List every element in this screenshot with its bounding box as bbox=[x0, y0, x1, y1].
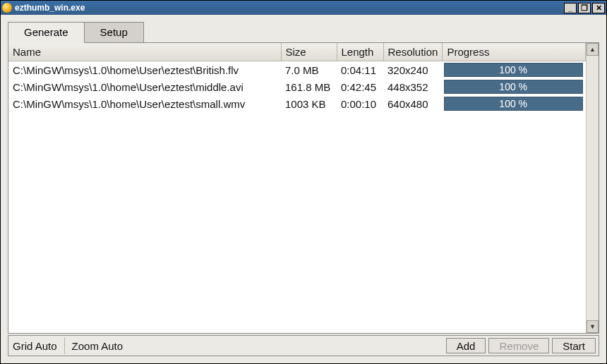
cell-progress: 100 % bbox=[443, 61, 586, 79]
main-panel: Name Size Length Resolution Progress C:\… bbox=[8, 42, 599, 334]
minimize-button[interactable]: _ bbox=[564, 3, 577, 13]
remove-button: Remove bbox=[488, 338, 549, 353]
cell-name: C:\MinGW\msys\1.0\home\User\eztest\middl… bbox=[8, 78, 281, 95]
cell-progress: 100 % bbox=[443, 78, 586, 95]
status-divider bbox=[64, 337, 65, 354]
cell-resolution: 448x352 bbox=[383, 78, 443, 95]
table-row[interactable]: C:\MinGW\msys\1.0\home\User\eztest\small… bbox=[8, 95, 586, 112]
status-grid: Grid Auto bbox=[8, 336, 61, 356]
cell-name: C:\MinGW\msys\1.0\home\User\eztest\Briti… bbox=[8, 61, 281, 79]
progress-bar: 100 % bbox=[444, 80, 583, 94]
progress-bar: 100 % bbox=[444, 63, 583, 77]
col-size[interactable]: Size bbox=[281, 43, 337, 61]
scroll-down-button[interactable]: ▼ bbox=[587, 320, 599, 333]
progress-bar: 100 % bbox=[444, 97, 583, 111]
col-progress[interactable]: Progress bbox=[443, 43, 586, 61]
app-window: ezthumb_win.exe _ ❐ ✕ Generate Setup bbox=[0, 0, 607, 364]
vertical-scrollbar[interactable]: ▲ ▼ bbox=[586, 43, 599, 333]
col-length[interactable]: Length bbox=[337, 43, 383, 61]
status-zoom: Zoom Auto bbox=[68, 336, 128, 356]
file-list[interactable]: Name Size Length Resolution Progress C:\… bbox=[8, 43, 586, 333]
cell-name: C:\MinGW\msys\1.0\home\User\eztest\small… bbox=[8, 95, 281, 112]
client-area: Generate Setup Name Size Length bbox=[1, 15, 606, 363]
table-header-row: Name Size Length Resolution Progress bbox=[8, 43, 586, 61]
title-bar[interactable]: ezthumb_win.exe _ ❐ ✕ bbox=[1, 1, 606, 15]
cell-resolution: 640x480 bbox=[383, 95, 443, 112]
cell-resolution: 320x240 bbox=[383, 61, 443, 79]
col-name[interactable]: Name bbox=[8, 43, 281, 61]
file-table: Name Size Length Resolution Progress C:\… bbox=[8, 43, 586, 112]
cell-length: 0:04:11 bbox=[337, 61, 383, 79]
cell-size: 161.8 MB bbox=[281, 78, 337, 95]
tab-bar: Generate Setup bbox=[8, 22, 599, 43]
cell-length: 0:42:45 bbox=[337, 78, 383, 95]
window-title: ezthumb_win.exe bbox=[15, 3, 564, 13]
scroll-up-button[interactable]: ▲ bbox=[587, 43, 599, 56]
maximize-button[interactable]: ❐ bbox=[578, 3, 591, 13]
cell-length: 0:00:10 bbox=[337, 95, 383, 112]
app-icon bbox=[2, 3, 12, 13]
start-button[interactable]: Start bbox=[552, 338, 596, 353]
col-resolution[interactable]: Resolution bbox=[383, 43, 443, 61]
table-row[interactable]: C:\MinGW\msys\1.0\home\User\eztest\Briti… bbox=[8, 61, 586, 79]
scroll-track[interactable] bbox=[587, 56, 599, 320]
close-button[interactable]: ✕ bbox=[592, 3, 605, 13]
table-row[interactable]: C:\MinGW\msys\1.0\home\User\eztest\middl… bbox=[8, 78, 586, 95]
tab-generate[interactable]: Generate bbox=[8, 22, 85, 43]
cell-size: 7.0 MB bbox=[281, 61, 337, 79]
tab-setup[interactable]: Setup bbox=[85, 22, 144, 43]
cell-size: 1003 KB bbox=[281, 95, 337, 112]
status-bar: Grid Auto Zoom Auto Add Remove Start bbox=[8, 335, 599, 356]
cell-progress: 100 % bbox=[443, 95, 586, 112]
add-button[interactable]: Add bbox=[446, 338, 486, 353]
